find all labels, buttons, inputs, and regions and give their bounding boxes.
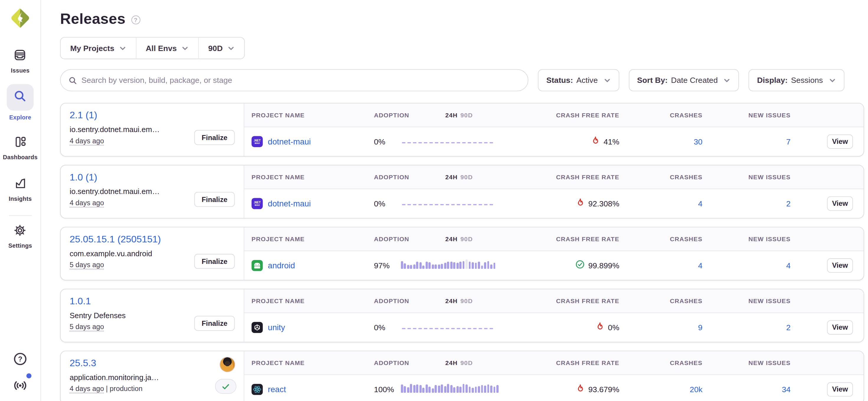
col-header-crash-free: CRASH FREE RATE [499, 298, 619, 304]
sidebar-item-dashboards[interactable]: Dashboards [3, 136, 37, 160]
view-button[interactable]: View [827, 258, 853, 273]
crashes-count-link[interactable]: 4 [698, 199, 703, 208]
col-header-crash-free: CRASH FREE RATE [499, 360, 619, 366]
release-card: 1.0.1 Sentry Defenses 5 days ago | Final… [60, 289, 864, 342]
sort-by-dropdown[interactable]: Sort By: Date Created [629, 69, 739, 91]
range-24h-toggle[interactable]: 24H [445, 236, 458, 242]
chevron-down-icon [119, 44, 126, 52]
release-card: 25.5.3 application.monitoring.ja… 4 days… [60, 350, 864, 401]
range-24h-toggle[interactable]: 24H [445, 360, 458, 366]
finalize-button[interactable]: Finalize [194, 192, 235, 207]
flame-icon [596, 322, 604, 333]
project-link[interactable]: android [268, 261, 295, 270]
crashes-count-link[interactable]: 9 [698, 323, 703, 332]
range-90d-toggle[interactable]: 90D [461, 112, 473, 119]
col-header-project: PROJECT NAME [252, 112, 374, 119]
notification-dot [26, 373, 31, 378]
sidebar-item-insights[interactable]: Insights [8, 177, 32, 202]
environment-filter-label: All Envs [146, 44, 177, 53]
project-filter[interactable]: My Projects [61, 38, 136, 59]
view-button[interactable]: View [827, 134, 853, 149]
release-info-panel: 1.0 (1) io.sentry.dotnet.maui.em… 4 days… [61, 165, 244, 218]
release-version-link[interactable]: 1.0 (1) [70, 172, 97, 183]
table-header-row: PROJECT NAME ADOPTION 24H90D CRASH FREE … [244, 351, 864, 375]
status-dropdown[interactable]: Status: Active [538, 69, 619, 91]
col-header-crashes: CRASHES [619, 112, 703, 119]
finalize-button[interactable]: Finalize [194, 254, 235, 269]
date-range-filter[interactable]: 90D [198, 38, 244, 59]
sidebar-item-label: Explore [9, 114, 31, 121]
project-cell: .NETMAUI react [252, 384, 374, 395]
range-24h-toggle[interactable]: 24H [445, 174, 458, 180]
help-button[interactable]: ? [13, 352, 27, 368]
col-header-range: 24H90D [445, 236, 499, 242]
environment-filter[interactable]: All Envs [136, 38, 198, 59]
col-header-range: 24H90D [445, 298, 499, 304]
search-input[interactable] [82, 76, 520, 85]
display-label: Display: [757, 76, 788, 85]
col-header-crash-free: CRASH FREE RATE [499, 174, 619, 180]
adopted-check-badge [215, 379, 236, 394]
sort-by-value: Date Created [671, 76, 717, 85]
col-header-new-issues: NEW ISSUES [703, 298, 791, 304]
project-link[interactable]: unity [268, 323, 285, 332]
sidebar-item-settings[interactable]: Settings [8, 224, 32, 249]
finalize-button[interactable]: Finalize [194, 130, 235, 145]
crashes-count-link[interactable]: 4 [698, 261, 703, 270]
project-link[interactable]: react [268, 385, 286, 394]
sidebar-item-explore[interactable]: Explore [7, 84, 34, 121]
sort-by-label: Sort By: [637, 76, 668, 85]
new-issues-count-link[interactable]: 2 [786, 323, 791, 332]
project-link[interactable]: dotnet-maui [268, 137, 311, 146]
view-button[interactable]: View [827, 382, 853, 397]
range-90d-toggle[interactable]: 90D [461, 174, 473, 180]
sidebar: Issues Explore [0, 0, 41, 401]
crash-free-rate-value: 93.679% [588, 385, 619, 394]
release-card: 1.0 (1) io.sentry.dotnet.maui.em… 4 days… [60, 165, 864, 219]
release-version-link[interactable]: 25.05.15.1 (2505151) [70, 234, 161, 245]
release-age-line: 4 days ago | production [70, 385, 235, 393]
finalize-button[interactable]: Finalize [194, 316, 235, 331]
new-issues-count-link[interactable]: 2 [786, 199, 791, 208]
release-card: 2.1 (1) io.sentry.dotnet.maui.em… 4 days… [60, 103, 864, 157]
adoption-chart-dashed-line [402, 204, 493, 205]
search-icon [68, 76, 77, 84]
chevron-down-icon [227, 44, 235, 52]
org-logo[interactable] [10, 8, 30, 29]
range-24h-toggle[interactable]: 24H [445, 298, 458, 304]
adoption-percent: 0% [374, 323, 401, 332]
view-button[interactable]: View [827, 196, 853, 211]
new-issues-count-link[interactable]: 4 [786, 261, 791, 270]
explore-active-tile [7, 84, 34, 110]
adoption-chart-dashed-line [402, 142, 493, 143]
project-link[interactable]: dotnet-maui [268, 199, 311, 208]
new-issues-count-link[interactable]: 7 [786, 137, 791, 146]
crashes-count-link[interactable]: 20k [690, 385, 703, 394]
range-90d-toggle[interactable]: 90D [461, 298, 473, 304]
col-header-adoption: ADOPTION [374, 174, 409, 180]
title-row: Releases ? [60, 11, 864, 28]
release-info-panel: 25.05.15.1 (2505151) com.example.vu.andr… [61, 227, 244, 280]
release-card: 25.05.15.1 (2505151) com.example.vu.andr… [60, 227, 864, 280]
range-90d-toggle[interactable]: 90D [461, 236, 473, 242]
page-help-icon[interactable]: ? [131, 15, 140, 25]
release-environment: | production [104, 385, 143, 393]
display-dropdown[interactable]: Display: Sessions [748, 69, 844, 91]
release-version-link[interactable]: 25.5.3 [70, 358, 96, 369]
view-button[interactable]: View [827, 320, 853, 335]
col-header-adoption: ADOPTION [374, 360, 409, 366]
new-issues-count-link[interactable]: 34 [782, 385, 791, 394]
range-90d-toggle[interactable]: 90D [461, 360, 473, 366]
col-header-project: PROJECT NAME [252, 360, 374, 366]
range-24h-toggle[interactable]: 24H [445, 112, 458, 119]
release-version-link[interactable]: 2.1 (1) [70, 110, 97, 121]
unity-icon [252, 322, 263, 333]
sidebar-item-issues[interactable]: Issues [11, 48, 30, 73]
check-icon [221, 382, 230, 391]
whats-new-button[interactable] [12, 377, 28, 394]
flame-icon [591, 136, 600, 147]
flame-icon [576, 384, 585, 395]
crashes-count-link[interactable]: 30 [694, 137, 703, 146]
release-version-link[interactable]: 1.0.1 [70, 296, 91, 307]
page-filter-bar: My Projects All Envs 90D [60, 37, 245, 59]
